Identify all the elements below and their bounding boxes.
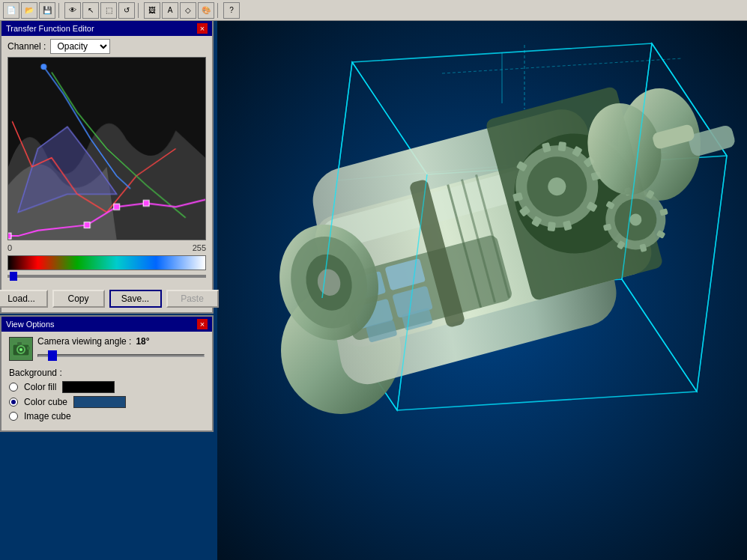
tf-axis-min: 0: [7, 243, 12, 252]
transfer-function-panel: Transfer Function Editor × Channel : Opa…: [0, 21, 214, 314]
bg-radio-image-cube[interactable]: [9, 412, 18, 421]
toolbar-btn-textA[interactable]: A: [162, 2, 178, 19]
camera-slider-thumb[interactable]: [48, 350, 57, 361]
svg-rect-68: [27, 347, 30, 350]
toolbar-btn-paint[interactable]: 🎨: [198, 2, 214, 19]
toolbar-btn-rotate[interactable]: ↺: [118, 2, 135, 19]
tf-buttons: Load... Copy Save... Paste: [1, 285, 212, 312]
tf-axis-max: 255: [193, 243, 206, 252]
background-section: Background : Color fill Color cube Image…: [1, 365, 212, 430]
toolbar-btn-cursor[interactable]: ↖: [82, 2, 99, 19]
camera-slider-track: [37, 354, 205, 357]
background-title: Background :: [9, 368, 205, 378]
bg-option-image-cube: Image cube: [9, 411, 205, 421]
paste-button[interactable]: Paste: [166, 290, 219, 308]
bg-swatch-color-cube[interactable]: [73, 396, 126, 408]
svg-rect-27: [547, 222, 555, 231]
toolbar-btn-open[interactable]: 📂: [21, 2, 37, 19]
load-button[interactable]: Load...: [0, 290, 48, 308]
bg-radio-color-cube[interactable]: [9, 398, 18, 407]
tf-canvas: [8, 58, 205, 240]
camera-label-row: Camera viewing angle : 18°: [37, 336, 205, 347]
toolbar-btn-image[interactable]: 🖼: [144, 2, 160, 19]
tf-graph-area[interactable]: [7, 57, 206, 240]
camera-angle-value: 18°: [136, 336, 149, 347]
toolbar-btn-eye[interactable]: 👁: [64, 2, 81, 19]
vo-panel-title: View Options ×: [1, 317, 212, 332]
vo-close-button[interactable]: ×: [197, 319, 208, 329]
toolbar-sep-3: [217, 3, 220, 18]
channel-row: Channel : Opacity Red Green Blue: [1, 36, 212, 57]
tf-colorbar[interactable]: [7, 255, 206, 270]
camera-row: Camera viewing angle : 18°: [1, 332, 212, 365]
channel-select[interactable]: Opacity Red Green Blue: [50, 39, 110, 54]
camera-icon: [9, 337, 33, 361]
bg-option-color-fill: Color fill: [9, 381, 205, 393]
tf-slider[interactable]: [7, 272, 206, 281]
save-button[interactable]: Save...: [109, 290, 162, 308]
svg-point-66: [19, 348, 22, 351]
bg-swatch-color-fill[interactable]: [62, 381, 115, 393]
svg-rect-67: [17, 342, 22, 345]
tf-close-button[interactable]: ×: [197, 23, 208, 34]
camera-angle-label: Camera viewing angle :: [37, 336, 131, 347]
tf-panel-title: Transfer Function Editor ×: [1, 21, 212, 36]
toolbar-btn-shape[interactable]: ◇: [180, 2, 196, 19]
viewport-3d[interactable]: [217, 21, 747, 560]
camera-info: Camera viewing angle : 18°: [37, 336, 205, 362]
bg-label-image-cube: Image cube: [24, 411, 71, 421]
camera-slider[interactable]: [37, 350, 205, 362]
toolbar-sep-2: [138, 3, 141, 18]
toolbar-btn-new[interactable]: 📄: [3, 2, 19, 19]
bg-radio-color-fill[interactable]: [9, 383, 18, 392]
channel-label: Channel :: [7, 41, 46, 52]
copy-button[interactable]: Copy: [52, 290, 105, 308]
toolbar-btn-help[interactable]: ?: [223, 2, 240, 19]
toolbar-sep-1: [58, 3, 61, 18]
render-area: [217, 21, 747, 560]
bg-label-color-fill: Color fill: [24, 382, 56, 392]
tf-slider-thumb[interactable]: [10, 272, 17, 281]
svg-rect-26: [558, 141, 566, 151]
toolbar-btn-save[interactable]: 💾: [39, 2, 55, 19]
tf-slider-track: [7, 275, 206, 278]
toolbar: 📄 📂 💾 👁 ↖ ⬚ ↺ 🖼 A ◇ 🎨 ?: [0, 0, 747, 21]
bg-label-color-cube: Color cube: [24, 397, 67, 407]
tf-title-text: Transfer Function Editor: [6, 24, 94, 33]
bg-option-color-cube: Color cube: [9, 396, 205, 408]
toolbar-btn-select[interactable]: ⬚: [100, 2, 117, 19]
vo-title-text: View Options: [6, 320, 55, 329]
view-options-panel: View Options × Camera viewing angle : 18…: [0, 315, 214, 432]
tf-axis: 0 255: [1, 243, 212, 252]
